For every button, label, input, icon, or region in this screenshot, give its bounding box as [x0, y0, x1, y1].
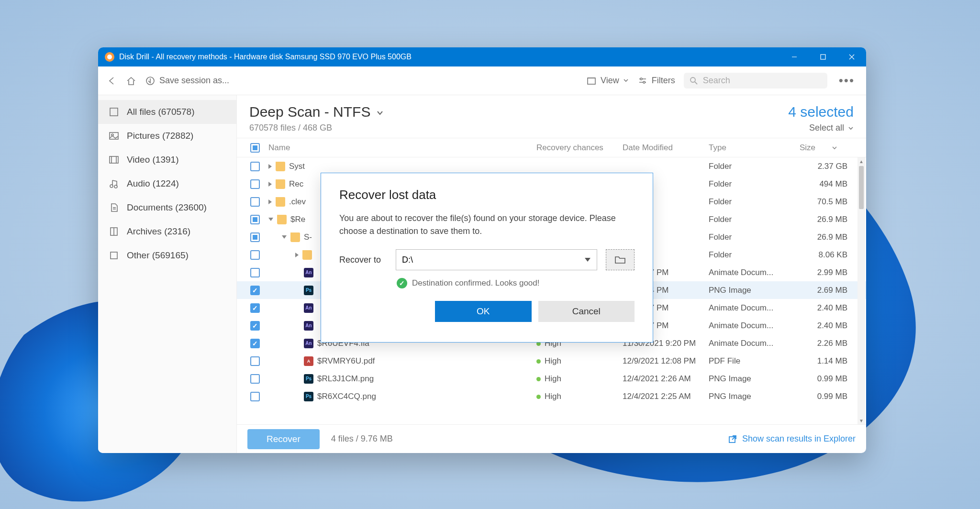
- chevron-down-icon: [623, 76, 629, 86]
- sidebar-item-all-files[interactable]: All files (670578): [98, 100, 236, 124]
- an-icon: An: [304, 339, 313, 348]
- table-row[interactable]: Ps$RL3J1CM.pngHigh12/4/2021 2:26 AMPNG I…: [237, 370, 866, 387]
- file-size: 0.99 MB: [795, 392, 857, 401]
- folder-icon: [276, 162, 285, 171]
- col-name[interactable]: Name: [264, 143, 532, 153]
- file-size: 2.26 MB: [795, 339, 857, 348]
- folder-icon: [276, 179, 285, 189]
- header-checkbox[interactable]: [250, 143, 260, 153]
- filters-button[interactable]: Filters: [637, 76, 675, 86]
- check-circle-icon: ✓: [397, 278, 407, 288]
- sidebar-item-pictures[interactable]: Pictures (72882): [98, 124, 236, 148]
- video-icon: [109, 155, 119, 165]
- date-modified: 12/4/2021 2:26 AM: [618, 374, 704, 384]
- sidebar-item-audio[interactable]: Audio (1224): [98, 172, 236, 196]
- scrollbar[interactable]: ▲ ▼: [858, 157, 865, 424]
- table-row[interactable]: A$RVMRY6U.pdfHigh12/9/2021 12:08 PMPDF F…: [237, 352, 866, 370]
- col-date[interactable]: Date Modified: [618, 143, 704, 153]
- row-checkbox[interactable]: [250, 197, 260, 207]
- file-type: PNG Image: [704, 392, 795, 401]
- file-name: $Re: [290, 215, 305, 224]
- audio-icon: [109, 178, 119, 189]
- window-controls: [780, 47, 866, 66]
- file-name: .clev: [289, 197, 306, 207]
- sidebar-item-documents[interactable]: Documents (23600): [98, 196, 236, 220]
- file-type: Folder: [704, 197, 795, 207]
- pdf-icon: A: [304, 356, 313, 366]
- recover-button[interactable]: Recover: [247, 429, 320, 449]
- file-name: $RL3J1CM.png: [317, 374, 374, 384]
- row-checkbox[interactable]: [250, 268, 260, 277]
- row-checkbox[interactable]: [250, 162, 260, 171]
- maximize-button[interactable]: [809, 47, 837, 66]
- scroll-thumb[interactable]: [859, 166, 864, 209]
- sidebar-item-other[interactable]: Other (569165): [98, 243, 236, 267]
- chevron-down-icon: [848, 125, 854, 131]
- file-name: Syst: [289, 162, 305, 171]
- col-type[interactable]: Type: [704, 143, 795, 153]
- file-type: Folder: [704, 179, 795, 189]
- expand-caret-icon[interactable]: [268, 218, 273, 221]
- save-session-button[interactable]: Save session as...: [145, 76, 229, 86]
- cancel-button[interactable]: Cancel: [538, 301, 635, 322]
- minimize-button[interactable]: [780, 47, 809, 66]
- row-checkbox[interactable]: [250, 374, 260, 384]
- row-checkbox[interactable]: [250, 339, 260, 348]
- scroll-up-icon[interactable]: ▲: [858, 157, 865, 165]
- back-button[interactable]: [107, 76, 117, 86]
- chevron-down-icon: [376, 104, 384, 120]
- row-checkbox[interactable]: [250, 215, 260, 224]
- window-title: Disk Drill - All recovery methods - Hard…: [119, 53, 412, 61]
- svg-point-20: [114, 185, 117, 188]
- file-type: PDF File: [704, 356, 795, 366]
- an-icon: An: [304, 268, 313, 277]
- an-icon: An: [304, 303, 313, 313]
- an-icon: An: [304, 321, 313, 331]
- row-checkbox[interactable]: [250, 232, 260, 242]
- browse-folder-button[interactable]: [606, 249, 635, 270]
- col-recovery[interactable]: Recovery chances: [532, 143, 618, 153]
- ok-button[interactable]: OK: [435, 301, 532, 322]
- ps-icon: Ps: [304, 374, 313, 384]
- svg-rect-25: [111, 252, 117, 259]
- file-type: PNG Image: [704, 286, 795, 295]
- expand-caret-icon[interactable]: [282, 235, 287, 239]
- table-row[interactable]: Ps$R6XC4CQ.pngHigh12/4/2021 2:25 AMPNG I…: [237, 387, 866, 405]
- toolbar: Save session as... View Filters Search •…: [98, 66, 866, 95]
- expand-caret-icon[interactable]: [268, 199, 272, 204]
- sidebar-item-archives[interactable]: Archives (2316): [98, 220, 236, 243]
- row-checkbox[interactable]: [250, 250, 260, 260]
- view-button[interactable]: View: [586, 76, 629, 86]
- row-checkbox[interactable]: [250, 303, 260, 313]
- more-button[interactable]: •••: [836, 73, 858, 88]
- file-type: Animate Docum...: [704, 268, 795, 277]
- expand-caret-icon[interactable]: [295, 253, 299, 257]
- row-checkbox[interactable]: [250, 392, 260, 401]
- file-name: $R6XC4CQ.png: [317, 392, 376, 401]
- scan-title[interactable]: Deep Scan - NTFS: [249, 104, 384, 120]
- recovery-chance: High: [545, 356, 561, 365]
- scroll-down-icon[interactable]: ▼: [858, 417, 865, 424]
- expand-caret-icon[interactable]: [268, 182, 272, 187]
- documents-icon: [109, 202, 119, 213]
- row-checkbox[interactable]: [250, 356, 260, 366]
- search-input[interactable]: Search: [684, 73, 827, 89]
- close-button[interactable]: [837, 47, 866, 66]
- svg-rect-1: [821, 55, 825, 59]
- titlebar[interactable]: Disk Drill - All recovery methods - Hard…: [98, 47, 866, 66]
- row-checkbox[interactable]: [250, 286, 260, 295]
- sidebar-item-video[interactable]: Video (1391): [98, 148, 236, 172]
- home-button[interactable]: [126, 76, 136, 86]
- selection-stats: 4 files / 9.76 MB: [331, 434, 393, 444]
- expand-caret-icon[interactable]: [268, 164, 272, 169]
- row-checkbox[interactable]: [250, 321, 260, 331]
- file-size: 0.99 MB: [795, 374, 857, 384]
- row-checkbox[interactable]: [250, 179, 260, 189]
- main-header: Deep Scan - NTFS 670578 files / 468 GB 4…: [237, 95, 866, 138]
- select-all-button[interactable]: Select all: [788, 123, 854, 133]
- svg-line-12: [695, 82, 697, 84]
- file-size: 2.69 MB: [795, 286, 857, 295]
- show-in-explorer-link[interactable]: Show scan results in Explorer: [728, 434, 856, 444]
- col-size[interactable]: Size: [795, 143, 857, 153]
- recover-to-select[interactable]: D:\: [396, 249, 597, 270]
